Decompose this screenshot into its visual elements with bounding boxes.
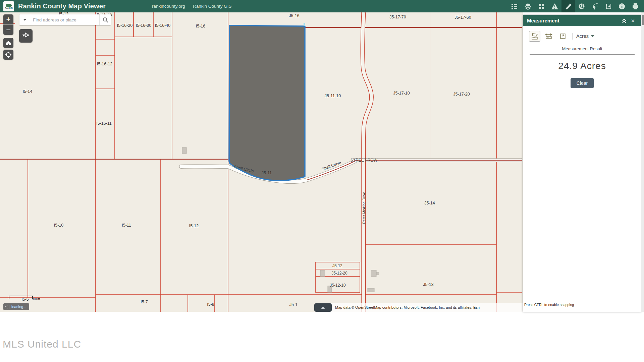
loading-text: loading... [11, 305, 26, 309]
unit-dropdown[interactable]: Acres [576, 34, 594, 39]
parcel-label: J5-16 [289, 13, 299, 18]
measure-distance-button[interactable] [543, 31, 554, 42]
zoom-in-button[interactable]: + [3, 14, 13, 24]
parcel-label-layer: I5-13I5-16-13I5-16-20I5-16-30I5-16-40I5-… [0, 12, 523, 312]
layers-icon[interactable] [521, 0, 535, 12]
edit-select-icon[interactable] [588, 0, 602, 12]
parcel-label: I5-16-30 [136, 23, 152, 28]
parcel-label: J5-11-10 [325, 94, 341, 98]
measurement-result-caption: Measurement Result [523, 46, 641, 51]
chevron-up-icon [321, 306, 325, 309]
page-title: Rankin County Map Viewer [18, 2, 106, 10]
parcel-label: J5-11 [262, 171, 272, 175]
scrollbar-track[interactable] [641, 12, 644, 312]
zoom-controls: + − [3, 14, 13, 35]
print-icon[interactable] [629, 0, 642, 12]
attribution-text: Map data © OpenStreetMap contributors, M… [330, 305, 480, 309]
attribution-bar: Map data © OpenStreetMap contributors, M… [330, 303, 523, 312]
location-tool-icon [559, 33, 567, 40]
info-icon[interactable] [615, 0, 629, 12]
parcel-label: J5-12-10 [330, 283, 345, 288]
legend-icon[interactable] [508, 0, 521, 12]
share-icon [22, 32, 30, 40]
parcel-label: I5-14 [23, 89, 33, 94]
spinner-icon [5, 305, 9, 309]
home-icon [5, 40, 11, 46]
locate-button[interactable] [3, 50, 13, 60]
double-chevron-up-icon [622, 18, 627, 23]
unit-dropdown-value: Acres [576, 34, 589, 39]
parcel-label: I5-8 [207, 302, 214, 307]
share-button[interactable] [19, 29, 33, 43]
parcel-label: J5-12-20 [331, 271, 347, 276]
measure-icon[interactable] [561, 0, 575, 12]
measurement-result-value: 24.9 Acres [523, 61, 641, 71]
attribution-toggle-button[interactable] [314, 303, 332, 312]
parcel-label: J5-17-10 [393, 91, 410, 96]
search-submit-button[interactable] [99, 14, 111, 25]
measurement-panel-title: Measurement [527, 18, 620, 23]
parcel-label: Peter McAfee Drive [362, 192, 366, 224]
snapping-tooltip: Press CTRL to enable snapping [524, 303, 574, 307]
scale-label: 300ft [32, 297, 40, 301]
parcel-label: Shell Circle [233, 164, 254, 173]
parcel-label: J5-17-20 [453, 92, 470, 97]
search-source-dropdown[interactable] [19, 14, 30, 25]
parcel-label: I5-11 [122, 223, 131, 228]
search-box [19, 14, 111, 25]
scrollbar-thumb[interactable] [642, 15, 644, 25]
locate-icon [5, 51, 12, 58]
measurement-panel: Measurement × [523, 15, 641, 312]
measurement-panel-header: Measurement × [523, 15, 641, 26]
swipe-icon[interactable] [602, 0, 615, 12]
chevron-down-icon [591, 35, 594, 37]
panel-collapse-button[interactable] [620, 16, 629, 25]
toolbar-separator [573, 33, 573, 40]
draw-icon[interactable] [575, 0, 588, 12]
area-tool-icon [531, 33, 538, 40]
parcel-label: STREET-ROW [351, 158, 377, 163]
parcel-label: I5-12 [189, 224, 199, 228]
parcel-label: J5-17-60 [454, 15, 471, 20]
clear-button[interactable]: Clear [571, 78, 594, 88]
search-input[interactable] [30, 14, 99, 25]
app-header: RANKIN Rankin County Map Viewer rankinco… [0, 0, 644, 12]
parcel-label: I5-16-11 [96, 121, 112, 126]
parcel-label: I5-16-20 [117, 23, 133, 28]
search-icon [102, 17, 108, 23]
link-rankin-county-gis[interactable]: Rankin County GIS [193, 4, 232, 9]
panel-divider [530, 54, 635, 55]
parcel-label: I5-16-40 [155, 23, 171, 28]
map-canvas[interactable]: I5-13I5-16-13I5-16-20I5-16-30I5-16-40I5-… [0, 12, 523, 312]
parcel-label: Shell Circle [321, 160, 342, 172]
watermark-text: MLS United LLC [3, 339, 81, 350]
zoom-out-button[interactable]: − [3, 25, 13, 35]
parcel-label: J5-1 [289, 302, 298, 307]
parcel-label: J5-13 [423, 282, 433, 287]
alerts-icon[interactable] [548, 0, 561, 12]
parcel-label: J5-14 [424, 201, 435, 205]
panel-close-button[interactable]: × [629, 16, 637, 25]
parcel-label: I5-16 [196, 24, 206, 28]
parcel-label: I5-16-12 [97, 62, 113, 66]
chevron-down-icon [23, 19, 26, 21]
parcel-label: J5-12 [332, 263, 342, 268]
header-toolbar [508, 0, 642, 12]
home-button[interactable] [3, 38, 13, 48]
distance-tool-icon [545, 33, 552, 40]
link-rankincounty-org[interactable]: rankincounty.org [152, 4, 185, 9]
loading-indicator: loading... [3, 303, 29, 310]
measurement-toolbar: Acres [529, 31, 641, 42]
measure-location-button[interactable] [557, 31, 569, 42]
basemap-gallery-icon[interactable] [535, 0, 548, 12]
parcel-label: J5-17-70 [389, 15, 406, 19]
scale-bar [9, 296, 33, 299]
parcel-label: I5-10 [54, 223, 64, 228]
county-logo-text: RANKIN [5, 7, 12, 9]
county-seal-icon [6, 4, 12, 7]
county-logo: RANKIN [3, 1, 14, 11]
parcel-label: I5-7 [141, 300, 148, 304]
measure-area-button[interactable] [529, 31, 540, 42]
